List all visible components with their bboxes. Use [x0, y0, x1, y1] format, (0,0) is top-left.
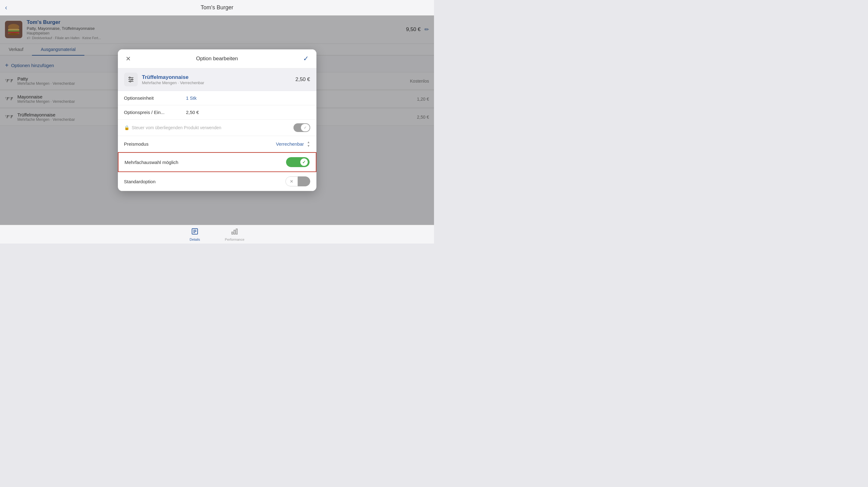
nav-performance-label: Performance [225, 238, 244, 241]
modal-option-info: Trüffelmayonnaise Mehrfache Mengen · Ver… [142, 74, 205, 85]
modal-option-sliders-icon [124, 73, 138, 86]
modal-option-header: Trüffelmayonnaise Mehrfache Mengen · Ver… [118, 68, 316, 91]
mehrfach-row-highlighted: Mehrfachauswahl möglich ✓ [118, 152, 316, 172]
svg-point-11 [130, 81, 131, 82]
modal-option-sub: Mehrfache Mengen · Verrechenbar [142, 81, 205, 85]
steuer-toggle-check: ✓ [301, 124, 310, 132]
svg-rect-18 [236, 229, 237, 234]
svg-point-9 [129, 77, 130, 78]
modal-header: ✕ Option bearbeiten ✓ [118, 49, 316, 68]
modal-option-name: Trüffelmayonnaise [142, 74, 205, 81]
back-button[interactable]: ‹ [5, 4, 7, 12]
lock-icon: 🔒 [124, 125, 129, 130]
chevron-down-icon: ▼ [307, 144, 310, 147]
page-title: Tom's Burger [201, 4, 233, 11]
toggle-check-part: ✓ [299, 157, 310, 167]
mehrfach-row: Mehrfachauswahl möglich ✓ [119, 153, 316, 171]
performance-nav-icon [231, 228, 238, 237]
details-nav-icon [191, 228, 198, 237]
toggle-x-icon: ✕ [285, 176, 298, 187]
steuer-row: 🔒 Steuer vom überliegenden Produkt verwe… [118, 120, 316, 136]
bottom-nav: Details Performance [0, 225, 434, 244]
main-content: Tom's Burger Patty, Mayonnaise, Trüffelm… [0, 16, 434, 225]
standard-label: Standardoption [124, 179, 285, 184]
nav-details[interactable]: Details [190, 228, 200, 241]
modal-close-button[interactable]: ✕ [124, 54, 133, 63]
preismodus-chevron[interactable]: ▲ ▼ [307, 140, 310, 147]
svg-rect-16 [232, 232, 233, 234]
nav-details-label: Details [190, 238, 200, 241]
optionspreis-value[interactable]: 2,50 € [186, 110, 199, 115]
steuer-toggle[interactable]: ✓ [293, 123, 310, 132]
standard-row: Standardoption ✕ [118, 172, 316, 191]
nav-performance[interactable]: Performance [225, 228, 244, 241]
preismodus-value: Verrechenbar [276, 141, 304, 147]
optionspreis-row: Optionspreis / Ein... 2,50 € [118, 105, 316, 120]
steuer-toggle-bg[interactable]: ✓ [293, 123, 310, 132]
header: ‹ Tom's Burger [0, 0, 434, 16]
modal-confirm-button[interactable]: ✓ [302, 54, 310, 63]
modal-title: Option bearbeiten [196, 56, 238, 62]
chevron-up-icon: ▲ [307, 140, 310, 144]
edit-option-modal: ✕ Option bearbeiten ✓ Trü [118, 49, 316, 191]
mehrfach-label: Mehrfachauswahl möglich [125, 160, 286, 165]
preismodus-row[interactable]: Preismodus Verrechenbar ▲ ▼ [118, 136, 316, 152]
standard-toggle[interactable]: ✕ [285, 176, 310, 187]
toggle-on-part [286, 157, 299, 167]
svg-rect-17 [234, 230, 235, 234]
toggle-checkmark-icon: ✓ [300, 159, 308, 166]
modal-overlay: ✕ Option bearbeiten ✓ Trü [0, 16, 434, 225]
optionspreis-label: Optionspreis / Ein... [124, 110, 186, 115]
optionseinheit-row: Optionseinheit 1 Stk [118, 91, 316, 105]
preismodus-label: Preismodus [124, 141, 276, 147]
mehrfach-toggle[interactable]: ✓ [286, 157, 310, 167]
svg-point-10 [131, 79, 133, 80]
optionseinheit-label: Optionseinheit [124, 95, 186, 101]
optionseinheit-value[interactable]: 1 Stk [186, 95, 197, 101]
toggle-gray-part [298, 176, 310, 187]
modal-option-price: 2,50 € [295, 77, 310, 83]
steuer-label: Steuer vom überliegenden Produkt verwend… [132, 125, 293, 130]
